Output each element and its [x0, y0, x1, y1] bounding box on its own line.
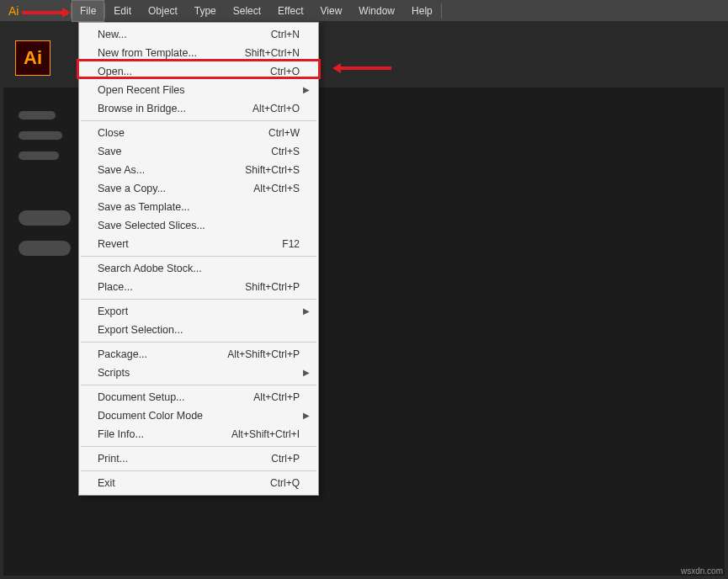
menu-item-label: Save as Template...: [98, 200, 190, 214]
submenu-arrow-icon: ▶: [303, 366, 310, 380]
menu-item-close[interactable]: CloseCtrl+W: [79, 124, 318, 142]
menu-item-package[interactable]: Package...Alt+Shift+Ctrl+P: [79, 345, 318, 364]
menu-item-shortcut: Alt+Ctrl+P: [253, 390, 300, 404]
app-logo-area: Ai: [0, 4, 71, 18]
submenu-arrow-icon: ▶: [303, 305, 310, 318]
menubar-item-edit[interactable]: Edit: [105, 0, 140, 22]
placeholder-button: [19, 241, 71, 256]
placeholder-line: [19, 131, 62, 140]
menu-item-save-as-template[interactable]: Save as Template...: [79, 198, 318, 216]
menu-item-save-selected-slices[interactable]: Save Selected Slices...: [79, 216, 318, 235]
menu-item-label: Close: [98, 126, 125, 140]
menu-item-document-setup[interactable]: Document Setup...Alt+Ctrl+P: [79, 388, 318, 406]
menubar-divider: [441, 3, 442, 19]
menu-item-file-info[interactable]: File Info...Alt+Shift+Ctrl+I: [79, 425, 318, 444]
sidebar-placeholders: [19, 111, 71, 268]
menubar-item-view[interactable]: View: [312, 0, 351, 22]
menu-item-label: Document Setup...: [98, 390, 185, 404]
menubar-item-effect[interactable]: Effect: [269, 0, 311, 22]
menu-item-open-recent-files[interactable]: Open Recent Files▶: [79, 81, 318, 99]
menu-item-label: Open...: [98, 65, 132, 78]
menu-item-exit[interactable]: ExitCtrl+Q: [79, 474, 318, 492]
file-menu-dropdown: New...Ctrl+NNew from Template...Shift+Ct…: [78, 22, 319, 496]
menu-item-label: Place...: [98, 280, 133, 294]
submenu-arrow-icon: ▶: [303, 83, 310, 97]
menu-item-export[interactable]: Export▶: [79, 302, 318, 321]
menu-item-label: Package...: [98, 348, 147, 361]
menu-item-label: Document Color Mode: [98, 409, 203, 422]
menu-item-print[interactable]: Print...Ctrl+P: [79, 449, 318, 468]
menu-item-shortcut: Shift+Ctrl+S: [245, 163, 300, 177]
menubar-item-window[interactable]: Window: [350, 0, 403, 22]
menu-separator: [81, 299, 316, 300]
menu-item-shortcut: Ctrl+Q: [270, 476, 300, 490]
menu-item-browse-in-bridge[interactable]: Browse in Bridge...Alt+Ctrl+O: [79, 99, 318, 118]
menu-item-save-a-copy[interactable]: Save a Copy...Alt+Ctrl+S: [79, 179, 318, 198]
menu-item-shortcut: Alt+Ctrl+S: [253, 182, 300, 195]
menu-item-label: File Info...: [98, 428, 144, 441]
menu-item-label: New from Template...: [98, 46, 197, 60]
menu-item-label: Revert: [98, 237, 129, 251]
menubar-item-type[interactable]: Type: [186, 0, 225, 22]
menu-item-open[interactable]: Open...Ctrl+O: [79, 62, 318, 81]
menu-item-label: Browse in Bridge...: [98, 102, 186, 115]
menu-item-label: Search Adobe Stock...: [98, 262, 202, 275]
menu-item-document-color-mode[interactable]: Document Color Mode▶: [79, 406, 318, 425]
menu-item-search-adobe-stock[interactable]: Search Adobe Stock...: [79, 259, 318, 278]
menu-item-label: Open Recent Files: [98, 83, 185, 97]
annotation-arrow-to-open: [341, 66, 391, 70]
menu-item-label: Print...: [98, 452, 128, 465]
menu-item-shortcut: Ctrl+S: [271, 145, 300, 158]
menu-item-label: Export Selection...: [98, 323, 183, 337]
menu-item-shortcut: Ctrl+O: [270, 65, 300, 78]
menu-separator: [81, 256, 316, 257]
menu-item-label: Save Selected Slices...: [98, 219, 205, 232]
menu-item-label: Export: [98, 305, 128, 318]
menu-item-label: Scripts: [98, 366, 130, 380]
annotation-arrow-to-file: [22, 11, 64, 14]
menu-item-scripts[interactable]: Scripts▶: [79, 364, 318, 382]
app-logo-text: Ai: [8, 4, 19, 18]
menu-item-label: New...: [98, 28, 127, 41]
illustrator-badge: Ai: [15, 40, 50, 76]
menu-item-place[interactable]: Place...Shift+Ctrl+P: [79, 278, 318, 296]
placeholder-line: [19, 111, 56, 120]
menu-item-label: Save a Copy...: [98, 182, 166, 195]
menu-item-save-as[interactable]: Save As...Shift+Ctrl+S: [79, 161, 318, 179]
menu-item-shortcut: Shift+Ctrl+P: [245, 280, 300, 294]
menubar: FileEditObjectTypeSelectEffectViewWindow…: [72, 0, 442, 22]
menu-item-export-selection[interactable]: Export Selection...: [79, 321, 318, 339]
menu-item-shortcut: Alt+Ctrl+O: [252, 102, 300, 115]
menu-item-shortcut: Alt+Shift+Ctrl+I: [231, 428, 300, 441]
placeholder-line: [19, 151, 59, 160]
menu-separator: [81, 120, 316, 121]
menubar-item-object[interactable]: Object: [140, 0, 186, 22]
menubar-item-help[interactable]: Help: [403, 0, 441, 22]
menu-item-new-from-template[interactable]: New from Template...Shift+Ctrl+N: [79, 44, 318, 62]
menubar-item-file[interactable]: File: [72, 0, 104, 22]
menu-separator: [81, 470, 316, 471]
menu-item-shortcut: Alt+Shift+Ctrl+P: [227, 348, 300, 361]
submenu-arrow-icon: ▶: [303, 409, 310, 422]
menu-separator: [81, 446, 316, 447]
menu-item-label: Save: [98, 145, 122, 158]
menubar-item-select[interactable]: Select: [225, 0, 269, 22]
menu-item-shortcut: Ctrl+W: [268, 126, 300, 140]
top-menubar: Ai FileEditObjectTypeSelectEffectViewWin…: [0, 0, 728, 22]
menu-item-new[interactable]: New...Ctrl+N: [79, 25, 318, 44]
menu-item-shortcut: Ctrl+N: [271, 28, 300, 41]
menu-item-shortcut: Shift+Ctrl+N: [245, 46, 300, 60]
menu-item-label: Save As...: [98, 163, 145, 177]
menu-separator: [81, 342, 316, 343]
menu-item-shortcut: Ctrl+P: [271, 452, 300, 465]
placeholder-button: [19, 210, 71, 226]
menu-item-label: Exit: [98, 476, 115, 490]
watermark: wsxdn.com: [681, 566, 723, 576]
menu-item-save[interactable]: SaveCtrl+S: [79, 142, 318, 161]
menu-item-revert[interactable]: RevertF12: [79, 235, 318, 253]
menu-separator: [81, 385, 316, 385]
menu-item-shortcut: F12: [282, 237, 300, 251]
